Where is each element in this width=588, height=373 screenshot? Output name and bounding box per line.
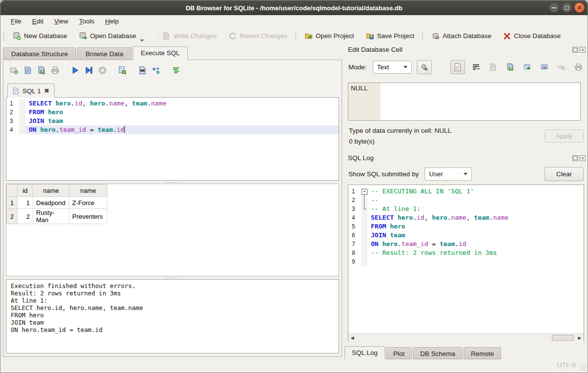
attach-database-button[interactable]: Attach Database xyxy=(426,29,497,43)
row-header[interactable]: 2 xyxy=(7,209,18,224)
table-corner[interactable] xyxy=(7,185,18,197)
sql-toolbar-separator xyxy=(65,65,65,75)
tab-db-schema[interactable]: DB Schema xyxy=(413,347,463,359)
open-project-button[interactable]: Open Project xyxy=(299,29,360,43)
app-window: DB Browser for SQLite - /home/user/code/… xyxy=(0,0,588,373)
column-header[interactable]: name xyxy=(33,185,69,197)
sql-editor-tab[interactable]: SQL 1 ✖ xyxy=(7,83,55,98)
find-button[interactable] xyxy=(137,64,148,76)
execution-status-log[interactable]: Execution finished without errors. Resul… xyxy=(6,279,339,353)
sql-editor[interactable]: 1SELECT hero.id, hero.name, team.name2FR… xyxy=(6,97,339,181)
save-as-button[interactable] xyxy=(504,61,516,74)
tab-browse-data[interactable]: Browse Data xyxy=(77,47,131,60)
minimize-button[interactable] xyxy=(549,2,559,13)
result-cell[interactable]: Deadpond xyxy=(33,197,69,209)
write-changes-button[interactable]: Write Changes xyxy=(156,29,223,43)
revert-changes-button[interactable]: Revert Changes xyxy=(223,29,293,43)
set-null-button[interactable] xyxy=(555,61,568,74)
print-cell-button[interactable] xyxy=(572,61,585,74)
resize-grip[interactable] xyxy=(580,365,587,372)
menu-edit[interactable]: Edit xyxy=(27,16,49,26)
stop-button[interactable] xyxy=(97,64,108,76)
save-project-label: Save Project xyxy=(377,32,415,40)
print-sql-button[interactable] xyxy=(49,64,61,76)
code-line: 1-- EXECUTING ALL IN 'SQL 1' xyxy=(348,187,584,196)
execute-sql-panel: ab SQL 1 ✖ 1SELECT hero.id, hero.name, t… xyxy=(3,60,342,357)
scrollbar-thumb[interactable] xyxy=(552,335,574,341)
print-icon xyxy=(51,66,60,75)
column-header[interactable]: name xyxy=(69,185,107,197)
clear-log-button[interactable]: Clear xyxy=(545,167,584,181)
open-database-dropdown-icon[interactable] xyxy=(140,40,144,41)
find-icon xyxy=(138,66,147,75)
tab-remote[interactable]: Remote xyxy=(464,347,501,359)
log-horizontal-scrollbar[interactable]: ◀ ▶ xyxy=(348,333,584,341)
result-cell[interactable]: Preventers xyxy=(69,209,107,224)
copy-link-icon xyxy=(540,63,548,71)
new-database-icon xyxy=(13,32,21,40)
menu-help[interactable]: Help xyxy=(100,16,124,26)
scroll-left-icon[interactable]: ◀ xyxy=(348,334,356,342)
menu-tools[interactable]: Tools xyxy=(74,16,100,26)
execute-line-button[interactable] xyxy=(83,64,95,76)
cell-value-editor[interactable]: NULL xyxy=(348,83,581,121)
close-database-label: Close Database xyxy=(514,32,561,40)
tab-execute-sql[interactable]: Execute SQL xyxy=(133,46,188,60)
word-wrap-icon xyxy=(472,63,480,71)
revert-changes-label: Revert Changes xyxy=(240,32,287,40)
float-panel-icon[interactable] xyxy=(572,47,578,53)
toolbar-grip[interactable] xyxy=(422,31,424,41)
text-mode-button[interactable] xyxy=(450,60,465,74)
result-cell[interactable]: 2 xyxy=(18,209,33,224)
log-filter-select[interactable]: User xyxy=(425,167,472,181)
new-database-button[interactable]: New Database xyxy=(7,29,73,43)
format-sql-button[interactable] xyxy=(170,64,182,76)
attach-database-icon xyxy=(431,32,440,40)
code-line: 5FROM hero xyxy=(348,222,584,231)
menu-file[interactable]: File xyxy=(5,16,27,26)
save-results-button[interactable] xyxy=(117,64,128,76)
mode-select[interactable]: Text xyxy=(373,61,412,74)
tab-database-structure[interactable]: Database Structure xyxy=(3,47,76,60)
new-sql-tab-icon xyxy=(10,66,19,75)
toolbar-grip[interactable] xyxy=(3,31,5,41)
titlebar[interactable]: DB Browser for SQLite - /home/user/code/… xyxy=(0,0,588,15)
open-sql-file-button[interactable] xyxy=(22,64,34,76)
close-panel-icon[interactable]: ✕ xyxy=(580,155,586,161)
execute-all-icon xyxy=(71,66,80,75)
save-project-button[interactable]: Save Project xyxy=(360,29,421,43)
execute-all-button[interactable] xyxy=(69,64,81,76)
import-file-button[interactable] xyxy=(487,61,499,74)
save-sql-file-button[interactable] xyxy=(36,64,47,76)
sql-log-controls: Show SQL submitted by User Clear xyxy=(348,166,585,182)
new-sql-tab-button[interactable] xyxy=(8,64,20,76)
toolbar-grip[interactable] xyxy=(295,31,297,41)
word-wrap-button[interactable] xyxy=(469,61,482,74)
auto-switch-mode-button[interactable] xyxy=(417,60,432,74)
code-line: 6JOIN team xyxy=(348,231,584,240)
result-cell[interactable]: Rusty-Man xyxy=(33,209,69,224)
maximize-button[interactable] xyxy=(562,2,572,13)
scroll-right-icon[interactable]: ▶ xyxy=(576,334,584,342)
close-database-icon xyxy=(503,32,511,40)
float-panel-icon[interactable] xyxy=(572,155,578,161)
copy-link-button[interactable] xyxy=(538,61,550,74)
row-header[interactable]: 1 xyxy=(7,197,18,209)
open-database-button[interactable]: Open Database xyxy=(73,29,150,43)
result-cell[interactable]: Z-Force xyxy=(69,197,107,209)
result-cell[interactable]: 1 xyxy=(18,197,33,209)
open-sql-file-icon xyxy=(23,66,32,75)
close-database-button[interactable]: Close Database xyxy=(497,29,567,43)
tab-sql-log[interactable]: SQL Log xyxy=(345,346,385,359)
close-sql-tab-icon[interactable]: ✖ xyxy=(44,87,49,94)
menu-view[interactable]: View xyxy=(49,16,74,26)
close-button[interactable]: ✕ xyxy=(574,2,585,13)
find-replace-button[interactable]: ab xyxy=(150,64,162,76)
column-header[interactable]: id xyxy=(18,185,33,197)
format-sql-icon xyxy=(172,66,181,75)
open-external-button[interactable] xyxy=(521,61,533,74)
apply-button[interactable]: Apply xyxy=(545,129,584,143)
sql-log-view[interactable]: 1-- EXECUTING ALL IN 'SQL 1'2--3-- At li… xyxy=(348,185,584,341)
close-panel-icon[interactable]: ✕ xyxy=(580,47,586,53)
tab-plot[interactable]: Plot xyxy=(386,347,412,359)
